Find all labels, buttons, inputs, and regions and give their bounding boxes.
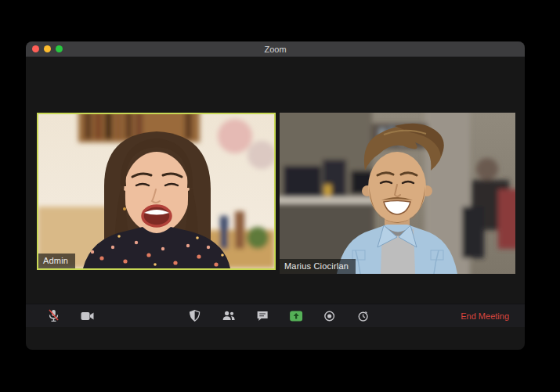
toolbar-center-group	[188, 309, 370, 322]
zoom-app-window: Zoom	[26, 41, 525, 350]
security-button[interactable]	[188, 309, 201, 322]
shield-security-icon	[190, 310, 201, 322]
record-icon	[324, 311, 335, 322]
chat-bubble-icon	[256, 311, 268, 322]
admin-video-feed	[38, 114, 274, 268]
participant-name-label: Admin	[38, 254, 75, 268]
participants-icon	[222, 311, 235, 321]
titlebar: Zoom	[26, 41, 525, 57]
participant-name-label: Marius Ciocirlan	[280, 259, 356, 274]
traffic-lights	[26, 45, 63, 52]
clock-icon	[358, 311, 369, 322]
window-title: Zoom	[26, 45, 525, 54]
close-window-button[interactable]	[32, 45, 39, 52]
maximize-window-button[interactable]	[56, 45, 63, 52]
video-tile-marius[interactable]: Marius Ciocirlan	[280, 113, 515, 274]
participants-button[interactable]	[222, 309, 235, 322]
video-button[interactable]	[81, 309, 94, 322]
microphone-muted-icon	[48, 309, 60, 322]
minimize-window-button[interactable]	[44, 45, 51, 52]
share-screen-icon	[289, 311, 302, 322]
toolbar-left-group	[26, 309, 94, 322]
record-button[interactable]	[323, 309, 336, 322]
chat-button[interactable]	[255, 309, 269, 322]
video-camera-icon	[81, 311, 94, 321]
video-tile-admin[interactable]: Admin	[37, 113, 276, 270]
share-screen-button[interactable]	[289, 309, 302, 322]
meeting-toolbar: End Meeting	[26, 304, 525, 327]
video-grid: Admin	[37, 113, 515, 274]
marius-video-feed	[280, 113, 515, 274]
timer-button[interactable]	[356, 309, 370, 322]
end-meeting-button[interactable]: End Meeting	[456, 311, 514, 322]
mute-button[interactable]	[47, 309, 60, 322]
meeting-content: Admin	[26, 57, 525, 327]
